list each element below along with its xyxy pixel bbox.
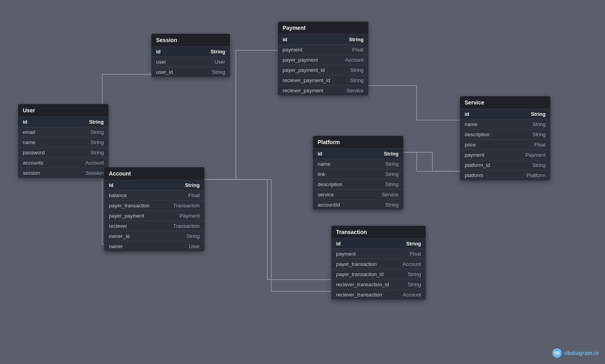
session-table-header: Session bbox=[151, 34, 230, 46]
table-row: email String bbox=[18, 127, 108, 137]
table-row: payer_transaction Transaction bbox=[104, 200, 204, 210]
table-row: payment Float bbox=[278, 44, 368, 55]
table-row: reciever_payment_id String bbox=[278, 75, 368, 85]
table-row: price Float bbox=[460, 139, 550, 150]
table-row: platform_id String bbox=[460, 160, 550, 170]
table-row: password String bbox=[18, 147, 108, 157]
table-row: accounts Account bbox=[18, 157, 108, 168]
payment-table-body: id String payment Float payer_payment Ac… bbox=[278, 34, 368, 95]
dbdiagram-logo[interactable]: dbdiagram.io bbox=[552, 348, 599, 358]
table-row: id String bbox=[104, 180, 204, 190]
table-row: owner_id String bbox=[104, 231, 204, 241]
service-table-body: id String name String description String… bbox=[460, 109, 550, 180]
account-table-header: Account bbox=[104, 167, 204, 180]
user-table: User id String email String name String … bbox=[18, 104, 108, 178]
session-table: Session id String user User user_id Stri… bbox=[151, 34, 230, 77]
account-table: Account id String balance Float payer_tr… bbox=[104, 167, 204, 251]
table-row: payer_payment Account bbox=[278, 55, 368, 65]
table-row: payer_payment_id String bbox=[278, 65, 368, 75]
table-row: platform Platform bbox=[460, 170, 550, 180]
session-table-body: id String user User user_id String bbox=[151, 46, 230, 77]
table-row: description String bbox=[460, 129, 550, 139]
transaction-table-body: id String payment Float payer_transactio… bbox=[331, 238, 426, 300]
table-row: session Session bbox=[18, 168, 108, 178]
table-row: service Service bbox=[313, 189, 403, 199]
table-row: reciever_payment Service bbox=[278, 85, 368, 95]
dbdiagram-logo-icon bbox=[552, 348, 562, 358]
table-row: balance Float bbox=[104, 190, 204, 200]
table-row: payer_transaction Account bbox=[331, 259, 426, 269]
table-row: id String bbox=[313, 148, 403, 159]
platform-table-body: id String name String link String descri… bbox=[313, 148, 403, 210]
table-row: user_id String bbox=[151, 67, 230, 77]
table-row: payer_transaction_id String bbox=[331, 269, 426, 279]
table-row: accountId String bbox=[313, 199, 403, 210]
platform-table-header: Platform bbox=[313, 136, 403, 148]
table-row: id String bbox=[460, 109, 550, 119]
table-row: reciever_transaction Account bbox=[331, 289, 426, 300]
table-row: id String bbox=[151, 46, 230, 57]
dbdiagram-logo-text: dbdiagram.io bbox=[564, 350, 599, 356]
svg-line-1 bbox=[149, 74, 151, 76]
service-table: Service id String name String descriptio… bbox=[460, 96, 550, 180]
table-row: id String bbox=[331, 238, 426, 249]
platform-table: Platform id String name String link Stri… bbox=[313, 136, 403, 210]
table-row: name String bbox=[460, 119, 550, 129]
payment-table-header: Payment bbox=[278, 22, 368, 34]
table-row: payment Payment bbox=[460, 150, 550, 160]
table-row: payment Float bbox=[331, 249, 426, 259]
svg-point-6 bbox=[555, 352, 557, 354]
user-table-header: User bbox=[18, 104, 108, 117]
user-table-body: id String email String name String passw… bbox=[18, 117, 108, 178]
payment-table: Payment id String payment Float payer_pa… bbox=[278, 22, 368, 95]
svg-line-0 bbox=[149, 72, 151, 74]
table-row: reciever Transaction bbox=[104, 221, 204, 231]
transaction-table: Transaction id String payment Float paye… bbox=[331, 226, 426, 300]
table-row: name String bbox=[313, 159, 403, 169]
svg-point-7 bbox=[557, 352, 559, 354]
table-row: payer_payment Payment bbox=[104, 210, 204, 221]
table-row: owner User bbox=[104, 241, 204, 251]
table-row: id String bbox=[278, 34, 368, 44]
service-table-header: Service bbox=[460, 96, 550, 109]
table-row: user User bbox=[151, 57, 230, 67]
diagram-canvas: User id String email String name String … bbox=[0, 0, 605, 364]
table-row: id String bbox=[18, 117, 108, 127]
table-row: name String bbox=[18, 137, 108, 147]
account-table-body: id String balance Float payer_transactio… bbox=[104, 180, 204, 251]
table-row: description String bbox=[313, 179, 403, 189]
table-row: link String bbox=[313, 169, 403, 179]
transaction-table-header: Transaction bbox=[331, 226, 426, 238]
table-row: reciever_transaction_id String bbox=[331, 279, 426, 289]
